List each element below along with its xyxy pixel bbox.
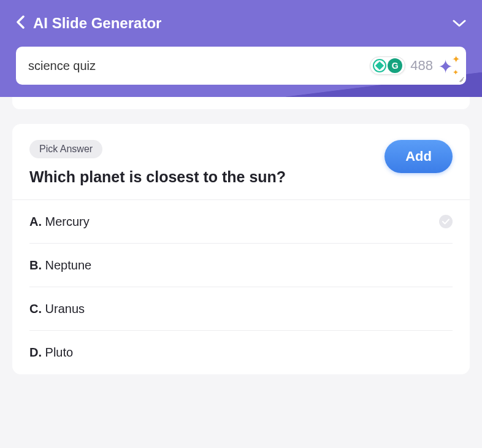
question-text: Which planet is closest to the sun?: [29, 167, 372, 187]
app-header: AI Slide Generator G 488 ✦ ✦ ✦: [0, 0, 482, 97]
option-letter: B.: [29, 258, 42, 272]
option-text: B. Neptune: [29, 258, 91, 272]
header-top-row: AI Slide Generator: [16, 15, 466, 32]
grammarly-icon: G: [388, 58, 402, 73]
question-type-badge: Pick Answer: [29, 140, 102, 158]
header-left: AI Slide Generator: [16, 15, 161, 32]
option-text: A. Mercury: [29, 215, 90, 229]
check-icon: [439, 215, 453, 228]
resize-handle[interactable]: [456, 75, 464, 82]
option-letter: A.: [29, 215, 42, 228]
card-header-left: Pick Answer Which planet is closest to t…: [29, 140, 372, 187]
chevron-down-icon[interactable]: [453, 17, 466, 31]
diamond-icon: [373, 59, 386, 72]
grammarly-badges[interactable]: G: [370, 56, 405, 75]
card-header: Pick Answer Which planet is closest to t…: [12, 124, 470, 199]
search-container: G 488 ✦ ✦ ✦: [16, 47, 466, 85]
character-count: 488: [410, 58, 433, 74]
option-letter: D.: [29, 346, 42, 359]
search-input[interactable]: [28, 59, 370, 73]
search-right: G 488 ✦ ✦ ✦: [370, 55, 460, 77]
page-title: AI Slide Generator: [33, 15, 161, 32]
option-text: D. Pluto: [29, 346, 73, 360]
option-letter: C.: [29, 302, 42, 315]
option-row[interactable]: C. Uranus: [12, 287, 470, 331]
option-row[interactable]: A. Mercury: [12, 200, 470, 244]
option-row[interactable]: B. Neptune: [12, 244, 470, 287]
add-button[interactable]: Add: [384, 140, 453, 173]
back-chevron-icon[interactable]: [16, 15, 25, 31]
option-text: C. Uranus: [29, 302, 85, 316]
content-area: Pick Answer Which planet is closest to t…: [0, 97, 482, 374]
option-row[interactable]: D. Pluto: [12, 331, 470, 374]
sparkle-icon[interactable]: ✦ ✦ ✦: [438, 55, 460, 77]
options-list: A. MercuryB. NeptuneC. UranusD. Pluto: [12, 199, 470, 374]
previous-card-edge: [12, 97, 470, 109]
question-card: Pick Answer Which planet is closest to t…: [12, 124, 470, 374]
